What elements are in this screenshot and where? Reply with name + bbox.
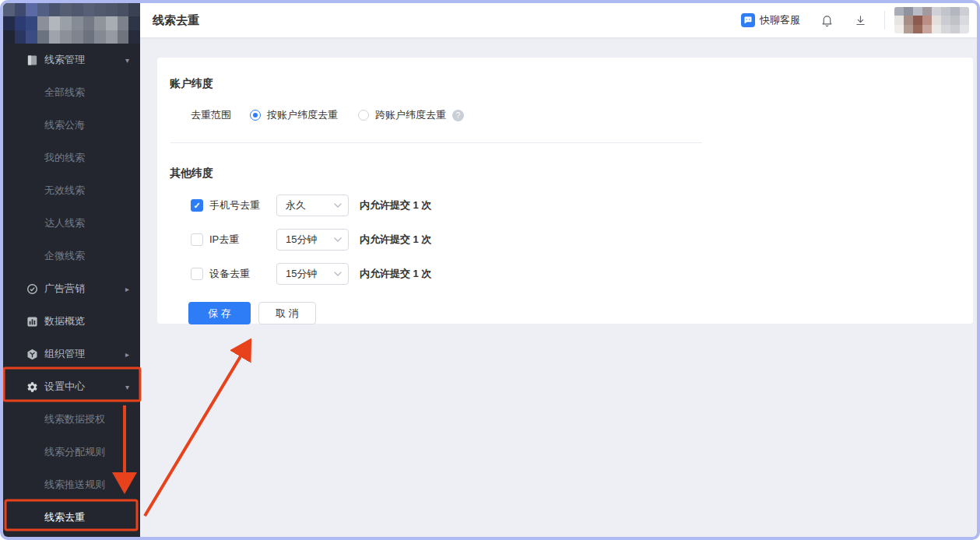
sidebar-menu: 线索管理 ▾ 全部线索 线索公海 我的线索 无效线索 达人线索 企微线索 广告营… [3, 44, 140, 537]
other-dimension-heading: 其他纬度 [170, 167, 961, 181]
radio-by-account-dimension[interactable] [250, 110, 261, 121]
content-area: 账户纬度 去重范围 按账户纬度去重 跨账户纬度去重 ? 其他纬度 ✓ 手机号去重 [140, 37, 977, 537]
device-dedup-duration-select[interactable]: 15分钟 [276, 263, 349, 285]
chat-service-label: 快聊客服 [760, 13, 800, 27]
sidebar-item-wecom-leads[interactable]: 企微线索 [3, 240, 140, 272]
app-window: 线索管理 ▾ 全部线索 线索公海 我的线索 无效线索 达人线索 企微线索 广告营… [0, 0, 980, 540]
sidebar-item-label: 线索管理 [44, 53, 85, 67]
notification-bell-button[interactable] [820, 14, 834, 27]
select-value: 15分钟 [286, 267, 334, 281]
sidebar-item-lead-data-auth[interactable]: 线索数据授权 [3, 403, 140, 436]
sidebar-item-lead-dedup[interactable]: 线索去重 [3, 501, 140, 534]
sidebar-item-lead-assign-rules[interactable]: 线索分配规则 [3, 436, 140, 468]
data-overview-icon [26, 315, 38, 328]
radio-by-account-label: 按账户纬度去重 [267, 108, 338, 122]
phone-dedup-row: ✓ 手机号去重 永久 内允许提交 1 次 [191, 195, 961, 216]
chevron-down-icon: ▾ [125, 383, 129, 391]
download-button[interactable] [854, 14, 867, 27]
chevron-down-icon: ▾ [125, 56, 129, 65]
phone-dedup-label: 手机号去重 [209, 198, 276, 212]
settings-gear-icon [26, 380, 38, 393]
phone-dedup-suffix: 内允许提交 1 次 [360, 198, 431, 212]
ip-dedup-suffix: 内允许提交 1 次 [360, 233, 431, 247]
chevron-down-icon [334, 272, 342, 276]
device-dedup-suffix: 内允许提交 1 次 [360, 267, 431, 281]
check-icon: ✓ [193, 201, 200, 211]
sidebar: 线索管理 ▾ 全部线索 线索公海 我的线索 无效线索 达人线索 企微线索 广告营… [3, 3, 140, 537]
ip-dedup-row: IP去重 15分钟 内允许提交 1 次 [191, 229, 961, 251]
sidebar-item-settings-center[interactable]: 设置中心 ▾ [3, 370, 140, 403]
chevron-down-icon [334, 203, 342, 208]
device-dedup-row: 设备去重 15分钟 内允许提交 1 次 [191, 263, 961, 285]
select-value: 15分钟 [286, 233, 334, 247]
radio-cross-account-dimension[interactable] [358, 110, 369, 121]
sidebar-item-data-overview[interactable]: 数据概览 [3, 305, 140, 338]
ip-dedup-duration-select[interactable]: 15分钟 [276, 229, 349, 251]
cancel-button[interactable]: 取 消 [258, 302, 316, 324]
main-area: 线索去重 快聊客服 账户纬度 [140, 3, 977, 537]
dedup-rules-list: ✓ 手机号去重 永久 内允许提交 1 次 IP去重 15分钟 [191, 195, 961, 285]
header-divider [884, 11, 885, 30]
sidebar-item-all-leads[interactable]: 全部线索 [3, 76, 140, 109]
chat-service-button[interactable]: 快聊客服 [741, 13, 800, 27]
ip-dedup-checkbox[interactable] [191, 233, 203, 246]
radio-cross-account-label: 跨账户纬度去重 [375, 108, 446, 122]
ad-marketing-icon [26, 282, 38, 295]
leads-icon [26, 54, 38, 66]
sidebar-item-org-management[interactable]: 组织管理 ▸ [3, 338, 140, 370]
sidebar-item-lead-push-rules[interactable]: 线索推送规则 [3, 468, 140, 501]
device-dedup-checkbox[interactable] [191, 268, 203, 280]
dedup-settings-panel: 账户纬度 去重范围 按账户纬度去重 跨账户纬度去重 ? 其他纬度 ✓ 手机号去重 [157, 58, 973, 324]
top-bar: 线索去重 快聊客服 [140, 3, 977, 37]
chevron-right-icon: ▸ [125, 285, 129, 293]
page-title: 线索去重 [153, 13, 199, 28]
sidebar-item-ad-marketing[interactable]: 广告营销 ▸ [3, 272, 140, 305]
device-dedup-label: 设备去重 [209, 267, 276, 281]
phone-dedup-checkbox[interactable]: ✓ [191, 199, 203, 212]
sidebar-item-invalid-leads[interactable]: 无效线索 [3, 174, 140, 207]
dedup-scope-row: 去重范围 按账户纬度去重 跨账户纬度去重 ? [191, 108, 961, 122]
sidebar-item-influencer-leads[interactable]: 达人线索 [3, 207, 140, 240]
sidebar-item-lead-management[interactable]: 线索管理 ▾ [3, 44, 140, 76]
org-icon [26, 348, 38, 360]
user-avatar[interactable] [894, 7, 969, 33]
account-dimension-heading: 账户纬度 [170, 77, 961, 91]
help-icon[interactable]: ? [452, 110, 464, 121]
sidebar-item-lead-pool[interactable]: 线索公海 [3, 109, 140, 142]
chat-icon [741, 13, 755, 27]
form-actions: 保 存 取 消 [188, 302, 961, 324]
chevron-right-icon: ▸ [125, 350, 129, 359]
phone-dedup-duration-select[interactable]: 永久 [276, 195, 349, 216]
section-divider [170, 142, 702, 143]
select-value: 永久 [286, 198, 334, 212]
ip-dedup-label: IP去重 [209, 233, 276, 247]
dedup-scope-label: 去重范围 [191, 108, 231, 122]
save-button[interactable]: 保 存 [188, 302, 251, 324]
sidebar-item-my-leads[interactable]: 我的线索 [3, 142, 140, 174]
chevron-down-icon [334, 237, 342, 242]
app-logo [3, 3, 140, 44]
topbar-actions: 快聊客服 [741, 7, 969, 33]
